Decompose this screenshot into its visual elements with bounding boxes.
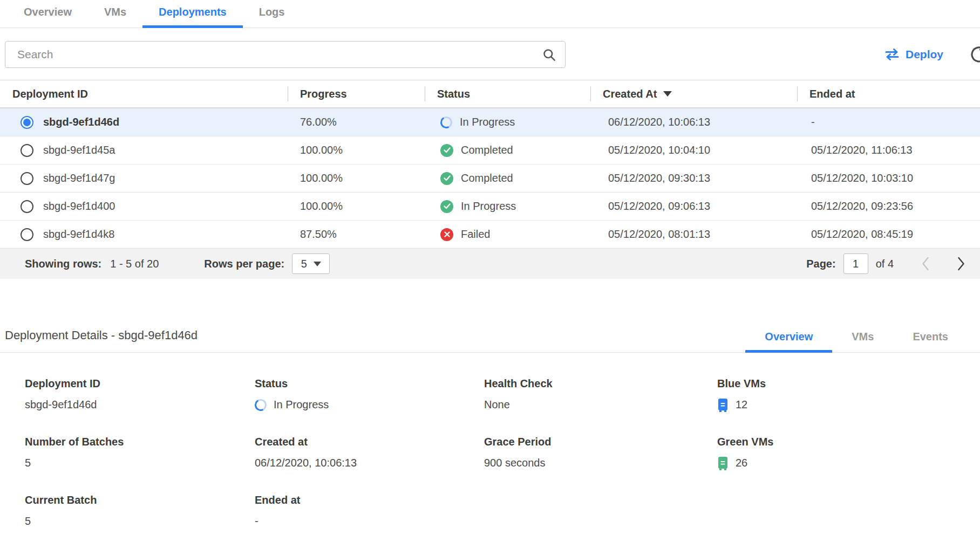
check-circle-icon	[440, 200, 453, 213]
table-row[interactable]: sbgd-9ef1d45a 100.00% Completed 05/12/20…	[0, 136, 980, 164]
status-cell: Completed	[425, 172, 590, 185]
showing-rows-value: 1 - 5 of 20	[110, 258, 159, 270]
details-tab-overview[interactable]: Overview	[745, 331, 832, 353]
details-title: Deployment Details - sbgd-9ef1d46d	[5, 328, 198, 352]
search-box	[5, 41, 566, 68]
ended-at-cell: 05/12/2020, 10:03:10	[797, 172, 980, 184]
field-label: Grace Period	[484, 436, 717, 448]
status-cell: In Progress	[425, 116, 590, 128]
row-radio-button[interactable]	[21, 116, 33, 129]
status-label: In Progress	[460, 116, 515, 128]
field-deployment-id: Deployment ID sbgd-9ef1d46d	[25, 378, 255, 412]
progress-cell: 100.00%	[288, 144, 425, 156]
column-header-label: Deployment ID	[12, 88, 88, 100]
details-grid: Deployment ID sbgd-9ef1d46d Status In Pr…	[25, 378, 980, 529]
field-value-text: 5	[25, 457, 31, 469]
ended-at-cell: 05/12/2020, 09:23:56	[797, 200, 980, 212]
details-header: Deployment Details - sbgd-9ef1d46d Overv…	[0, 328, 980, 353]
tab-overview[interactable]: Overview	[8, 6, 88, 28]
row-radio-button[interactable]	[21, 200, 33, 213]
refresh-button[interactable]	[968, 44, 980, 65]
deployment-id: sbgd-9ef1d45a	[43, 144, 115, 156]
field-grace-period: Grace Period 900 seconds	[484, 436, 717, 470]
toolbar: Deploy	[0, 28, 980, 80]
status-cell: In Progress	[425, 200, 590, 213]
deployment-id-cell: sbgd-9ef1d46d	[0, 116, 288, 129]
table-row[interactable]: sbgd-9ef1d4k8 87.50% Failed 05/12/2020, …	[0, 221, 980, 249]
row-radio-button[interactable]	[21, 144, 33, 157]
field-label: Current Batch	[25, 494, 255, 506]
field-value-text: 26	[736, 457, 747, 469]
rows-per-page-label: Rows per page:	[204, 258, 284, 270]
in-progress-spinner-icon	[439, 115, 454, 129]
field-value: 5	[25, 456, 255, 470]
status-cell: Failed	[425, 228, 590, 241]
refresh-icon	[968, 44, 980, 65]
field-label: Health Check	[484, 378, 717, 390]
chevron-right-icon	[957, 257, 965, 271]
sort-descending-icon	[663, 91, 672, 97]
rows-per-page-select[interactable]: 5	[292, 253, 330, 274]
pager: Page: of 4	[806, 253, 965, 274]
ended-at-cell: 05/12/2020, 08:45:19	[797, 228, 980, 241]
blue-vm-icon	[717, 398, 729, 412]
created-at-cell: 05/12/2020, 09:30:13	[590, 172, 797, 184]
search-input[interactable]	[16, 47, 542, 61]
table-row[interactable]: sbgd-9ef1d47g 100.00% Completed 05/12/20…	[0, 164, 980, 193]
column-header-label: Progress	[300, 88, 347, 100]
column-header-ended-at[interactable]: Ended at	[797, 80, 980, 107]
field-ended-at: Ended at -	[255, 494, 484, 529]
deployment-id: sbgd-9ef1d400	[43, 200, 115, 212]
field-label: Ended at	[255, 494, 484, 506]
row-radio-button[interactable]	[21, 172, 33, 185]
field-label: Status	[255, 378, 484, 390]
column-header-deployment-id[interactable]: Deployment ID	[0, 80, 288, 107]
deploy-button[interactable]: Deploy	[884, 48, 943, 61]
ended-at-cell: 05/12/2020, 11:06:13	[797, 144, 980, 156]
field-value-text: 12	[736, 399, 747, 411]
column-header-progress[interactable]: Progress	[288, 80, 425, 107]
field-value-text: -	[255, 515, 258, 527]
search-icon	[542, 47, 556, 62]
top-tab-bar: Overview VMs Deployments Logs	[0, 0, 980, 28]
created-at-cell: 06/12/2020, 10:06:13	[590, 116, 797, 128]
field-number-of-batches: Number of Batches 5	[25, 436, 255, 470]
status-label: In Progress	[461, 200, 516, 212]
column-header-label: Status	[437, 88, 470, 100]
previous-page-button[interactable]	[922, 257, 929, 271]
chevron-down-icon	[314, 262, 321, 266]
created-at-cell: 05/12/2020, 09:06:13	[590, 200, 797, 212]
row-radio-button[interactable]	[21, 228, 33, 241]
tab-logs[interactable]: Logs	[243, 6, 301, 28]
column-header-created-at[interactable]: Created At	[590, 80, 797, 107]
error-circle-icon	[440, 228, 453, 241]
field-label: Created at	[255, 436, 484, 448]
field-value-text: None	[484, 399, 510, 411]
table-pagination-bar: Showing rows: 1 - 5 of 20 Rows per page:…	[0, 249, 980, 279]
deployments-table: Deployment ID Progress Status Created At…	[0, 80, 980, 279]
field-label: Green VMs	[717, 436, 980, 448]
deployment-id-cell: sbgd-9ef1d400	[0, 200, 288, 213]
column-header-status[interactable]: Status	[425, 80, 590, 107]
field-created-at: Created at 06/12/2020, 10:06:13	[255, 436, 484, 470]
page-total: of 4	[876, 258, 894, 270]
page-input[interactable]	[843, 253, 868, 274]
field-label: Number of Batches	[25, 436, 255, 448]
details-tab-vms[interactable]: VMs	[832, 331, 893, 353]
tab-deployments[interactable]: Deployments	[142, 6, 243, 28]
check-circle-icon	[440, 144, 453, 157]
status-label: Failed	[461, 228, 490, 241]
created-at-cell: 05/12/2020, 10:04:10	[590, 144, 797, 156]
field-value-text: 5	[25, 515, 31, 527]
table-row[interactable]: sbgd-9ef1d46d 76.00% In Progress 06/12/2…	[0, 108, 980, 136]
field-current-batch: Current Batch 5	[25, 494, 255, 529]
field-label: Blue VMs	[717, 378, 980, 390]
details-tab-events[interactable]: Events	[893, 331, 968, 353]
tab-vms[interactable]: VMs	[88, 6, 142, 28]
rows-per-page-value: 5	[301, 258, 307, 270]
table-row[interactable]: sbgd-9ef1d400 100.00% In Progress 05/12/…	[0, 193, 980, 221]
next-page-button[interactable]	[957, 257, 965, 271]
status-label: Completed	[461, 172, 513, 184]
field-status: Status In Progress	[255, 378, 484, 412]
field-value: 5	[25, 514, 255, 529]
